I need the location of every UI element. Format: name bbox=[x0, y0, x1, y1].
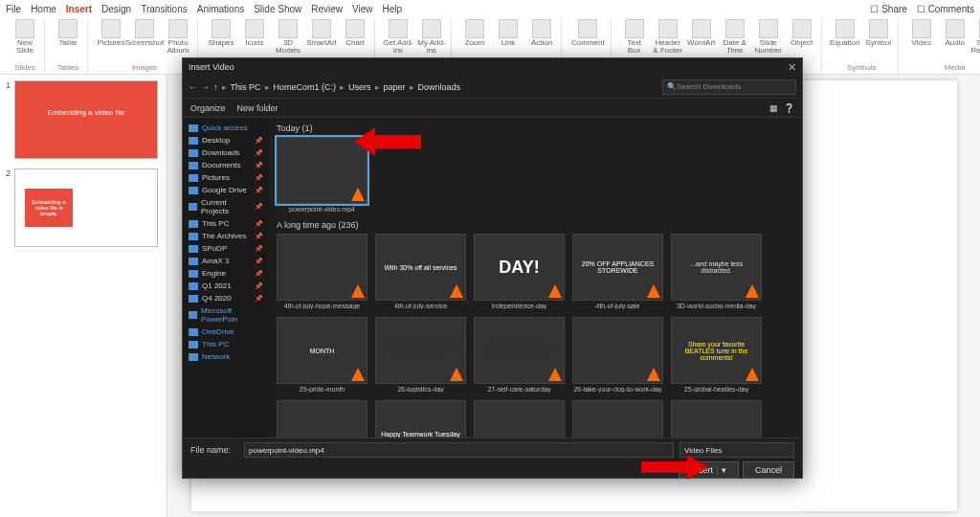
ribbon-zoom[interactable]: Zoom bbox=[459, 19, 490, 47]
tab-insert[interactable]: Insert bbox=[66, 4, 92, 14]
breadcrumb[interactable]: Users bbox=[348, 82, 371, 92]
help-icon[interactable]: ❔ bbox=[784, 103, 794, 113]
nav-item[interactable]: OneDrive bbox=[183, 326, 269, 338]
address-bar[interactable]: ← → ↑ ▸This PC ▸HomeCom1 (C:) ▸Users ▸pa… bbox=[183, 76, 802, 99]
nav-item[interactable]: Microsoft PowerPoin bbox=[183, 304, 269, 326]
file-item[interactable] bbox=[572, 400, 663, 438]
file-item[interactable]: 4th-of-july-hope-message bbox=[277, 234, 368, 309]
ribbon-shapes[interactable]: Shapes bbox=[206, 19, 236, 47]
tab-slideshow[interactable]: Slide Show bbox=[254, 4, 301, 14]
search-input[interactable]: 🔍 Search Downloads bbox=[662, 79, 796, 95]
tab-home[interactable]: Home bbox=[31, 4, 56, 14]
tab-review[interactable]: Review bbox=[311, 4, 343, 14]
file-item[interactable]: powerpoint-video.mp4 bbox=[277, 137, 368, 213]
tab-file[interactable]: File bbox=[6, 4, 21, 14]
filename-input[interactable]: powerpoint-video.mp4 bbox=[244, 442, 674, 458]
view-icon[interactable]: ▦ bbox=[769, 103, 778, 113]
nav-item[interactable]: AmaX 3📌 bbox=[183, 255, 269, 267]
ribbon-object[interactable]: Object bbox=[787, 19, 817, 47]
tab-design[interactable]: Design bbox=[101, 4, 131, 14]
file-item[interactable]: With 30% off all services4th-of-july-ser… bbox=[375, 234, 466, 309]
nav-item[interactable]: Google Drive📌 bbox=[183, 184, 269, 196]
nav-item[interactable]: SPoDP📌 bbox=[183, 242, 269, 255]
ribbon-header-&-footer[interactable]: Header& Footer bbox=[653, 19, 683, 55]
breadcrumb[interactable]: paper bbox=[384, 82, 406, 92]
ribbon-symbol[interactable]: Symbol bbox=[863, 19, 894, 47]
tab-animations[interactable]: Animations bbox=[197, 4, 244, 14]
ribbon-screenshot[interactable]: Screenshot bbox=[129, 19, 160, 47]
nav-item[interactable]: Quick access bbox=[183, 122, 269, 134]
file-item[interactable]: 26-take-your-dog-to-work-day bbox=[572, 317, 663, 393]
tab-transitions[interactable]: Transitions bbox=[141, 4, 188, 14]
ribbon-photo-album[interactable]: PhotoAlbum bbox=[163, 19, 193, 55]
ribbon-smartart[interactable]: SmartArt bbox=[306, 19, 337, 47]
nav-pane: Quick accessDesktop📌Downloads📌Documents📌… bbox=[183, 118, 269, 438]
slide-thumb-1[interactable]: 1 Embedding a video file bbox=[6, 80, 161, 159]
ribbon-icon bbox=[578, 19, 597, 38]
file-item[interactable]: ...and maybe less distracted.3D-world-so… bbox=[671, 234, 762, 309]
newfolder-button[interactable]: New folder bbox=[237, 103, 278, 113]
ribbon-link[interactable]: Link bbox=[493, 19, 523, 47]
back-icon[interactable]: ← bbox=[189, 82, 197, 92]
nav-item[interactable]: Q1 2021📌 bbox=[183, 280, 269, 292]
nav-item[interactable]: The Archives📌 bbox=[183, 230, 269, 242]
ribbon-wordart[interactable]: WordArt bbox=[686, 19, 717, 47]
breadcrumb[interactable]: Downloads bbox=[418, 82, 461, 92]
insert-button[interactable]: Insert▾ bbox=[679, 461, 739, 479]
file-item[interactable]: MONTH29-pride-month bbox=[277, 317, 368, 393]
nav-item[interactable]: Downloads📌 bbox=[183, 146, 269, 159]
file-item[interactable]: 20% OFF APPLIANCES STOREWIDE4th-of-july-… bbox=[572, 234, 663, 309]
nav-item[interactable]: Pictures📌 bbox=[183, 171, 269, 184]
breadcrumb[interactable]: This PC bbox=[231, 82, 261, 92]
ribbon-comment[interactable]: Comment bbox=[572, 19, 603, 47]
ribbon-action[interactable]: Action bbox=[526, 19, 557, 47]
ribbon-date-&-time[interactable]: Date &Time bbox=[720, 19, 750, 55]
nav-item[interactable]: Network bbox=[183, 350, 269, 363]
slide-title: Embedding a video file bbox=[15, 108, 157, 117]
ribbon-icons[interactable]: Icons bbox=[239, 19, 270, 47]
file-item[interactable] bbox=[277, 400, 368, 438]
ribbon-equation[interactable]: Equation bbox=[830, 19, 860, 47]
file-item[interactable]: Share your favorite BEATLES tune in the … bbox=[671, 317, 762, 393]
nav-item[interactable]: Current Projects📌 bbox=[183, 196, 269, 217]
file-item[interactable] bbox=[671, 400, 762, 438]
ribbon-new-slide[interactable]: NewSlide bbox=[10, 19, 40, 55]
ribbon-slide-number[interactable]: SlideNumber bbox=[753, 19, 784, 55]
ribbon-video[interactable]: Video bbox=[906, 19, 937, 47]
nav-item[interactable]: This PC bbox=[183, 338, 269, 350]
ribbon-text-box[interactable]: TextBox bbox=[619, 19, 650, 55]
nav-item[interactable]: Desktop📌 bbox=[183, 134, 269, 146]
comments-button[interactable]: ☐ Comments bbox=[917, 4, 974, 14]
ribbon-audio[interactable]: Audio bbox=[940, 19, 970, 47]
ribbon-screen-recording[interactable]: ScreenRecording bbox=[973, 19, 980, 55]
file-item[interactable]: DAY!independence-day bbox=[474, 234, 565, 309]
ribbon-3d-models[interactable]: 3DModels bbox=[273, 19, 303, 55]
file-item[interactable] bbox=[474, 400, 565, 438]
nav-item[interactable]: Engine📌 bbox=[183, 267, 269, 280]
close-icon[interactable]: ✕ bbox=[788, 61, 796, 74]
forward-icon[interactable]: → bbox=[201, 82, 210, 92]
nav-item[interactable]: This PC📌 bbox=[183, 217, 269, 230]
ribbon-pictures[interactable]: Pictures bbox=[96, 19, 126, 47]
organize-button[interactable]: Organize bbox=[190, 103, 226, 113]
nav-item[interactable]: Q4 2020📌 bbox=[183, 292, 269, 304]
folder-icon bbox=[189, 187, 198, 194]
up-icon[interactable]: ↑ bbox=[213, 82, 218, 92]
slide-thumb-2[interactable]: 2 Embedding a video file is simple. bbox=[6, 169, 161, 247]
share-button[interactable]: ☐ Share bbox=[870, 4, 906, 14]
ribbon-get-add-ins[interactable]: Get Add-ins bbox=[383, 19, 413, 55]
file-item[interactable]: FROM PARCELS TO FOOD AND VEG. AND ELECTR… bbox=[375, 317, 466, 393]
tab-help[interactable]: Help bbox=[383, 4, 403, 14]
file-caption: powerpoint-video.mp4 bbox=[277, 206, 368, 213]
ribbon-icon bbox=[658, 19, 678, 38]
ribbon-chart[interactable]: Chart bbox=[340, 19, 370, 47]
file-item[interactable]: Happy Teamwork Tuesday bbox=[375, 400, 466, 438]
breadcrumb[interactable]: HomeCom1 (C:) bbox=[274, 82, 337, 92]
file-item[interactable]: Treat yourself on #SELFCARESATURDAY with… bbox=[474, 317, 565, 393]
tab-view[interactable]: View bbox=[352, 4, 373, 14]
nav-item[interactable]: Documents📌 bbox=[183, 159, 269, 171]
ribbon-table[interactable]: Table bbox=[53, 19, 83, 47]
filetype-select[interactable]: Video Files bbox=[679, 442, 794, 458]
cancel-button[interactable]: Cancel bbox=[743, 461, 794, 479]
ribbon-my-add-ins[interactable]: My Add-ins bbox=[416, 19, 447, 55]
